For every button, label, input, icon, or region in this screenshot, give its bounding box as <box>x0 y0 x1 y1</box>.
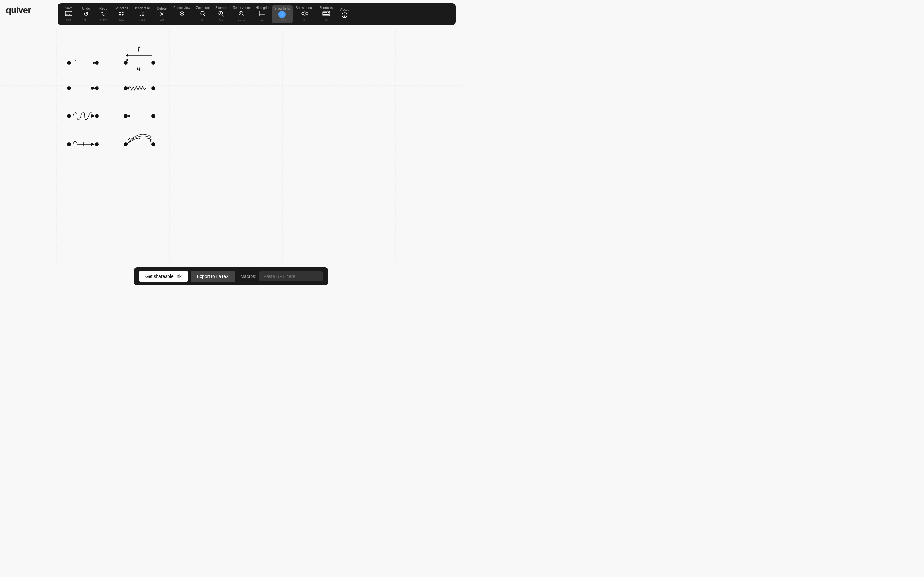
delete-label: Delete <box>157 7 166 10</box>
save-button[interactable]: Save www. ⌘S <box>60 5 77 23</box>
undo-button[interactable]: Undo ↺ ⌘Z <box>78 5 94 23</box>
save-shortcut: ⌘S <box>66 19 71 22</box>
zoom-in-label: Zoom in <box>215 6 227 10</box>
svg-point-2 <box>120 11 121 13</box>
about-button[interactable]: About i <box>336 6 353 22</box>
centre-view-button[interactable]: Centre view G <box>171 5 193 24</box>
show-hints-label: Show hints <box>274 7 290 10</box>
svg-point-6 <box>140 11 142 13</box>
logo-text: quiver <box>6 6 31 15</box>
hide-grid-label: Hide grid <box>256 6 268 10</box>
svg-marker-51 <box>91 114 95 118</box>
svg-marker-53 <box>128 114 130 118</box>
shortcuts-button[interactable]: Shortcuts ⌘/ <box>317 5 335 24</box>
svg-rect-27 <box>323 11 330 16</box>
svg-rect-28 <box>323 12 325 13</box>
node <box>67 86 71 90</box>
node <box>67 114 71 118</box>
svg-point-8 <box>140 14 142 15</box>
zoom-out-button[interactable]: Zoom out ⌘- <box>194 5 212 24</box>
redo-shortcut: ⇧⌘Z <box>100 18 107 21</box>
svg-marker-48 <box>92 87 96 90</box>
zoom-out-shortcut: ⌘- <box>201 19 205 22</box>
app-logo: quiver ↓ <box>6 6 31 20</box>
redo-icon: ↻ <box>101 11 106 18</box>
undo-icon: ↺ <box>84 11 89 18</box>
svg-text:›: › <box>75 59 76 62</box>
svg-marker-42 <box>126 54 128 57</box>
about-label: About <box>341 8 349 11</box>
delete-icon: ✕ <box>160 11 164 18</box>
centre-view-shortcut: G <box>181 19 183 22</box>
node <box>124 114 128 118</box>
svg-rect-20 <box>259 11 265 16</box>
node <box>152 114 155 118</box>
zoom-in-shortcut: ⌘= <box>219 19 223 22</box>
deselect-all-button[interactable]: Deselect all ⇧⌘A <box>131 5 153 23</box>
svg-text:--›: --› <box>86 59 89 62</box>
zoom-out-label: Zoom out <box>196 6 210 10</box>
show-queue-shortcut: ⌘/ <box>303 19 307 22</box>
reset-zoom-button[interactable]: Reset zoom 141% <box>230 5 252 24</box>
show-queue-label: Show queue <box>296 6 314 10</box>
svg-rect-29 <box>325 12 327 13</box>
redo-label: Redo <box>99 7 107 10</box>
select-all-shortcut: ⌘A <box>119 19 124 22</box>
svg-point-19 <box>239 11 243 15</box>
svg-rect-30 <box>328 12 329 13</box>
centre-view-label: Centre view <box>173 6 190 10</box>
select-all-label: Select all <box>115 6 128 10</box>
svg-point-25 <box>302 12 304 15</box>
svg-point-7 <box>142 11 144 13</box>
svg-line-18 <box>222 15 224 16</box>
logo-arrow: ↓ <box>6 15 8 20</box>
select-all-button[interactable]: Select all ⌘A <box>112 5 131 23</box>
node <box>95 61 99 65</box>
node <box>152 86 155 90</box>
node <box>67 61 71 65</box>
delete-button[interactable]: Delete ✕ ⌫ <box>153 5 170 23</box>
deselect-all-label: Deselect all <box>134 6 150 10</box>
redo-button[interactable]: Redo ↻ ⇧⌘Z <box>95 5 111 23</box>
canvas[interactable]: › -- --› f g <box>0 29 462 263</box>
show-hints-shortcut: ⇧⌘H <box>278 19 286 22</box>
share-link-button[interactable]: Get shareable link <box>139 271 188 282</box>
svg-text:f: f <box>137 44 141 52</box>
bottom-bar: Get shareable link Export to LaTeX Macro… <box>0 264 462 288</box>
svg-marker-50 <box>126 87 129 90</box>
svg-marker-44 <box>126 58 128 61</box>
node <box>124 142 128 146</box>
macros-input[interactable] <box>259 271 323 282</box>
reset-zoom-label: Reset zoom <box>233 6 250 10</box>
hide-grid-icon <box>258 10 266 19</box>
bottom-inner: Get shareable link Export to LaTeX Macro… <box>134 268 328 285</box>
shortcuts-icon <box>322 10 330 19</box>
deselect-all-icon <box>139 11 145 18</box>
show-hints-button[interactable]: Show hints i ⇧⌘H <box>272 5 292 23</box>
node <box>95 86 99 90</box>
svg-marker-36 <box>93 61 96 64</box>
save-icon: www. <box>65 11 73 18</box>
svg-point-3 <box>122 11 124 13</box>
svg-point-4 <box>120 14 121 15</box>
hide-grid-button[interactable]: Hide grid H <box>253 5 271 24</box>
about-icon: i <box>341 12 348 20</box>
select-all-icon <box>118 11 124 18</box>
svg-marker-57 <box>150 139 152 142</box>
svg-point-9 <box>142 14 144 15</box>
node <box>95 142 99 146</box>
node <box>124 61 128 65</box>
show-hints-icon: i <box>278 11 286 18</box>
shortcuts-shortcut: ⌘/ <box>325 19 328 22</box>
show-queue-button[interactable]: Show queue ⌘/ <box>293 5 317 24</box>
svg-text:--: -- <box>78 59 79 62</box>
svg-point-5 <box>122 14 124 15</box>
show-queue-icon <box>300 10 309 19</box>
node <box>124 86 128 90</box>
shortcuts-label: Shortcuts <box>319 6 333 10</box>
svg-line-14 <box>204 15 205 16</box>
export-latex-button[interactable]: Export to LaTeX <box>191 271 236 282</box>
zoom-out-icon <box>199 10 206 19</box>
node <box>152 61 155 65</box>
zoom-in-button[interactable]: Zoom in ⌘= <box>213 5 229 24</box>
